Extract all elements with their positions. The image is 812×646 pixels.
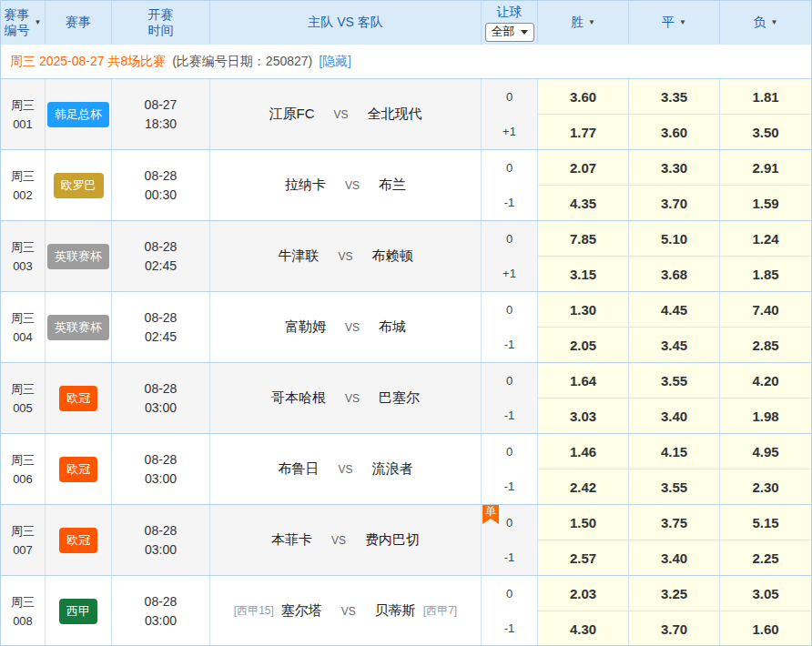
col-header-match-no[interactable]: 赛事 编号 ▼: [1, 1, 46, 45]
odds-cell-lose[interactable]: 1.81: [720, 79, 811, 114]
away-team: 巴塞尔: [379, 389, 420, 407]
odds-cell-lose[interactable]: 1.85: [720, 256, 811, 291]
col-header-win[interactable]: 胜 ▼: [538, 1, 629, 45]
hide-link[interactable]: [隐藏]: [319, 54, 351, 70]
league-badge: 欧冠: [59, 528, 97, 553]
odds-cell-draw[interactable]: 3.55: [629, 469, 719, 504]
odds-cell-win[interactable]: 3.03: [538, 398, 628, 433]
odds-cell-win[interactable]: 7.85: [538, 221, 628, 256]
odds-cell-draw[interactable]: 3.70: [629, 185, 719, 220]
odds-cell-lose[interactable]: 2.85: [720, 327, 811, 362]
odds-cell-win[interactable]: 2.05: [538, 327, 628, 362]
match-number: 周三 003: [1, 221, 46, 291]
odds-cell-lose[interactable]: 4.20: [720, 363, 811, 398]
handicap-value: +1: [482, 257, 537, 292]
away-team: 贝蒂斯: [375, 602, 416, 620]
odds-cell-draw[interactable]: 3.30: [629, 150, 719, 185]
match-time: 08-28 03:00: [112, 505, 210, 575]
odds-cell-lose[interactable]: 2.91: [720, 150, 811, 185]
odds-cell-win[interactable]: 1.50: [538, 505, 628, 540]
match-teams: 本菲卡 VS 费内巴切: [210, 505, 482, 575]
match-time: 08-28 00:30: [112, 150, 210, 220]
league-cell: 韩足总杯: [46, 79, 112, 149]
handicap-value: 0: [482, 576, 537, 611]
odds-cell-win[interactable]: 1.64: [538, 363, 628, 398]
match-teams: 江原FC VS 全北现代: [210, 79, 482, 149]
match-teams: 哥本哈根 VS 巴塞尔: [210, 363, 482, 433]
handicap-filter-select[interactable]: 全部: [485, 23, 534, 42]
home-team: 本菲卡: [271, 531, 312, 549]
handicap-cell: 0 -1: [482, 363, 538, 433]
away-team: 布城: [379, 318, 406, 336]
match-row: 周三 008 西甲 08-28 03:00 [西甲15] 塞尔塔 VS 贝蒂斯 …: [1, 575, 811, 646]
handicap-value: 0: [482, 434, 537, 469]
odds-cell-win[interactable]: 2.07: [538, 150, 628, 185]
draw-odds-column: 4.45 3.45: [629, 292, 720, 362]
odds-cell-draw[interactable]: 3.25: [629, 576, 719, 611]
league-badge: 欧罗巴: [54, 173, 104, 198]
odds-cell-draw[interactable]: 3.70: [629, 611, 719, 646]
match-row: 周三 004 英联赛杯 08-28 02:45 富勒姆 VS 布城 0 -1 1…: [1, 291, 811, 362]
odds-cell-lose[interactable]: 1.98: [720, 398, 811, 433]
odds-cell-draw[interactable]: 3.40: [629, 540, 719, 575]
odds-cell-win[interactable]: 2.57: [538, 540, 628, 575]
odds-cell-win[interactable]: 2.03: [538, 576, 628, 611]
away-team: 费内巴切: [365, 531, 420, 549]
odds-cell-draw[interactable]: 4.15: [629, 434, 719, 469]
lose-odds-column: 1.81 3.50: [720, 79, 811, 149]
odds-cell-win[interactable]: 1.46: [538, 434, 628, 469]
odds-cell-lose[interactable]: 5.15: [720, 505, 811, 540]
odds-cell-lose[interactable]: 4.95: [720, 434, 811, 469]
vs-label: VS: [341, 605, 356, 618]
odds-cell-draw[interactable]: 3.35: [629, 79, 719, 114]
match-number: 周三 004: [1, 292, 46, 362]
odds-cell-win[interactable]: 4.30: [538, 611, 628, 646]
odds-cell-lose[interactable]: 7.40: [720, 292, 811, 327]
lose-odds-column: 7.40 2.85: [720, 292, 811, 362]
odds-cell-draw[interactable]: 3.75: [629, 505, 719, 540]
odds-cell-win[interactable]: 4.35: [538, 185, 628, 220]
lose-odds-column: 4.20 1.98: [720, 363, 811, 433]
match-teams: 布鲁日 VS 流浪者: [210, 434, 482, 504]
odds-cell-lose[interactable]: 1.59: [720, 185, 811, 220]
odds-cell-draw[interactable]: 3.60: [629, 114, 719, 149]
away-team: 布赖顿: [372, 247, 413, 265]
league-cell: 欧罗巴: [46, 150, 112, 220]
draw-odds-column: 5.10 3.68: [629, 221, 720, 291]
odds-cell-draw[interactable]: 4.45: [629, 292, 719, 327]
handicap-value: -1: [482, 540, 537, 576]
odds-cell-lose[interactable]: 1.24: [720, 221, 811, 256]
league-badge: 欧冠: [59, 457, 97, 482]
odds-cell-lose[interactable]: 1.60: [720, 611, 811, 646]
win-odds-column: 1.46 2.42: [538, 434, 629, 504]
match-row: 周三 007 欧冠 08-28 03:00 本菲卡 VS 费内巴切 单 0 -1…: [1, 504, 811, 575]
odds-cell-draw[interactable]: 3.45: [629, 327, 719, 362]
odds-cell-lose[interactable]: 3.05: [720, 576, 811, 611]
handicap-value: +1: [482, 115, 537, 150]
league-cell: 欧冠: [46, 505, 112, 575]
handicap-cell: 0 +1: [482, 221, 538, 291]
odds-cell-lose[interactable]: 2.25: [720, 540, 811, 575]
lose-odds-column: 2.91 1.59: [720, 150, 811, 220]
odds-cell-draw[interactable]: 3.40: [629, 398, 719, 433]
odds-cell-lose[interactable]: 2.30: [720, 469, 811, 504]
odds-cell-win[interactable]: 1.30: [538, 292, 628, 327]
odds-cell-win[interactable]: 3.15: [538, 256, 628, 291]
draw-odds-column: 4.15 3.55: [629, 434, 720, 504]
win-odds-column: 2.03 4.30: [538, 576, 629, 646]
odds-cell-draw[interactable]: 3.55: [629, 363, 719, 398]
league-badge: 西甲: [59, 599, 97, 624]
col-header-lose[interactable]: 负 ▼: [720, 1, 811, 45]
odds-cell-win[interactable]: 1.77: [538, 114, 628, 149]
odds-cell-draw[interactable]: 3.68: [629, 256, 719, 291]
odds-cell-draw[interactable]: 5.10: [629, 221, 719, 256]
col-header-draw[interactable]: 平 ▼: [629, 1, 720, 45]
away-rank: [西甲7]: [423, 603, 457, 619]
vs-label: VS: [331, 534, 346, 547]
win-odds-column: 7.85 3.15: [538, 221, 629, 291]
odds-cell-lose[interactable]: 3.50: [720, 114, 811, 149]
odds-cell-win[interactable]: 2.42: [538, 469, 628, 504]
handicap-value: -1: [482, 186, 537, 221]
odds-cell-win[interactable]: 3.60: [538, 79, 628, 114]
vs-label: VS: [345, 392, 360, 405]
